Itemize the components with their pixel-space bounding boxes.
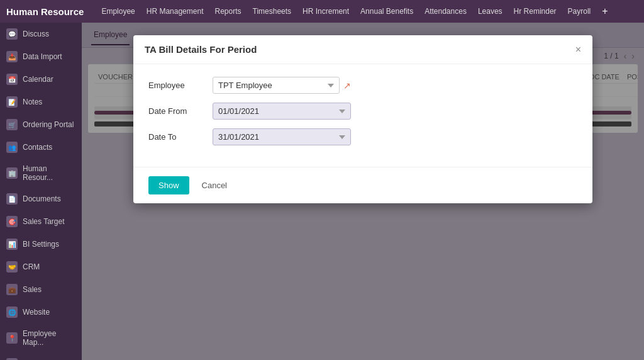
sidebar-item-sales[interactable]: 💼 Sales	[0, 278, 82, 301]
sidebar-item-contacts[interactable]: 👥 Contacts	[0, 136, 82, 159]
notes-icon: 📝	[6, 96, 18, 108]
sidebar-label-sales-target: Sales Target	[23, 217, 65, 226]
form-row-date-to: Date To 31/01/2021	[148, 128, 577, 145]
crm-icon: 🤝	[6, 261, 18, 273]
form-row-date-from: Date From 01/01/2021	[148, 103, 577, 120]
date-to-label: Date To	[148, 132, 205, 142]
nav-timesheets[interactable]: Timesheets	[253, 7, 292, 16]
nav-payroll[interactable]: Payroll	[568, 7, 591, 16]
date-to-field-container: 31/01/2021	[213, 128, 351, 145]
sales-target-icon: 🎯	[6, 216, 18, 227]
documents-icon: 📄	[6, 193, 18, 205]
date-to-select[interactable]: 31/01/2021	[213, 128, 351, 145]
date-from-label: Date From	[148, 106, 205, 116]
modal-close-button[interactable]: ×	[575, 45, 581, 55]
ordering-portal-icon: 🛒	[6, 119, 18, 130]
sidebar-item-website[interactable]: 🌐 Website	[0, 301, 82, 323]
sidebar-item-human-resource[interactable]: 🏢 Human Resour...	[0, 159, 82, 188]
external-link-icon[interactable]: ↗	[343, 81, 351, 91]
sidebar-label-contacts: Contacts	[23, 143, 52, 152]
sidebar-item-notes[interactable]: 📝 Notes	[0, 91, 82, 113]
sidebar-item-ordering-portal[interactable]: 🛒 Ordering Portal	[0, 113, 82, 136]
website-icon: 🌐	[6, 307, 18, 318]
sidebar-item-calendar[interactable]: 📅 Calendar	[0, 68, 82, 91]
form-row-employee: Employee TPT Employee ↗	[148, 77, 577, 94]
sidebar-item-documents[interactable]: 📄 Documents	[0, 188, 82, 210]
top-nav: Human Resource Employee HR Management Re…	[0, 0, 644, 23]
sidebar-item-sales-target[interactable]: 🎯 Sales Target	[0, 210, 82, 233]
sidebar-label-sales: Sales	[23, 285, 42, 294]
modal-body: Employee TPT Employee ↗ Date From	[133, 64, 592, 167]
main-layout: 💬 Discuss 📥 Data Import 📅 Calendar 📝 Not…	[0, 23, 644, 360]
sidebar: 💬 Discuss 📥 Data Import 📅 Calendar 📝 Not…	[0, 23, 82, 360]
modal-title: TA Bill Details For Period	[145, 44, 257, 55]
employee-map-icon: 📍	[6, 332, 18, 344]
nav-hr-reminder[interactable]: Hr Reminder	[514, 7, 557, 16]
nav-hr-increment[interactable]: HR Increment	[303, 7, 349, 16]
sidebar-label-employee-map: Employee Map...	[23, 329, 75, 347]
sidebar-label-human-resource: Human Resour...	[23, 164, 75, 182]
nav-hr-management[interactable]: HR Management	[147, 7, 204, 16]
show-button[interactable]: Show	[148, 176, 189, 194]
sales-icon: 💼	[6, 284, 18, 295]
sidebar-label-notes: Notes	[23, 98, 42, 106]
modal-backdrop: TA Bill Details For Period × Employee TP…	[82, 23, 644, 360]
modal-ta-bill: TA Bill Details For Period × Employee TP…	[133, 35, 592, 203]
cancel-button[interactable]: Cancel	[196, 176, 233, 194]
bi-settings-icon: 📊	[6, 239, 18, 250]
employee-label: Employee	[148, 81, 205, 90]
nav-employee[interactable]: Employee	[101, 7, 135, 16]
modal-footer: Show Cancel	[133, 167, 592, 203]
sidebar-label-data-import: Data Import	[23, 52, 62, 61]
sidebar-label-calendar: Calendar	[23, 75, 53, 84]
calendar-icon: 📅	[6, 74, 18, 85]
sidebar-item-employee-map[interactable]: 📍 Employee Map...	[0, 323, 82, 352]
nav-reports[interactable]: Reports	[214, 7, 241, 16]
employee-field-container: TPT Employee ↗	[213, 77, 351, 94]
date-from-field-container: 01/01/2021	[213, 103, 351, 120]
human-resource-icon: 🏢	[6, 167, 18, 179]
sidebar-label-discuss: Discuss	[23, 30, 49, 38]
sidebar-item-bi-settings[interactable]: 📊 BI Settings	[0, 233, 82, 256]
sidebar-item-global-search[interactable]: 🔍 Global Search	[0, 352, 82, 360]
contacts-icon: 👥	[6, 142, 18, 153]
modal-header: TA Bill Details For Period ×	[133, 35, 592, 64]
sidebar-item-crm[interactable]: 🤝 CRM	[0, 256, 82, 278]
sidebar-label-crm: CRM	[23, 262, 40, 271]
sidebar-item-discuss[interactable]: 💬 Discuss	[0, 23, 82, 45]
nav-annual-benefits[interactable]: Annual Benefits	[360, 7, 413, 16]
sidebar-item-data-import[interactable]: 📥 Data Import	[0, 45, 82, 68]
employee-select[interactable]: TPT Employee	[213, 77, 340, 94]
data-import-icon: 📥	[6, 51, 18, 62]
sidebar-label-ordering-portal: Ordering Portal	[23, 120, 74, 129]
nav-attendances[interactable]: Attendances	[425, 7, 467, 16]
sidebar-label-website: Website	[23, 308, 50, 317]
nav-add-button[interactable]: +	[602, 6, 608, 17]
date-from-select[interactable]: 01/01/2021	[213, 103, 351, 120]
sidebar-label-documents: Documents	[23, 194, 61, 203]
sidebar-label-bi-settings: BI Settings	[23, 240, 59, 249]
brand-title: Human Resource	[6, 6, 84, 17]
main-content: Employee 1 / 1 ‹ › VOUCHER NO EMPLOYEE D…	[82, 23, 644, 360]
nav-leaves[interactable]: Leaves	[478, 7, 502, 16]
discuss-icon: 💬	[6, 28, 18, 40]
